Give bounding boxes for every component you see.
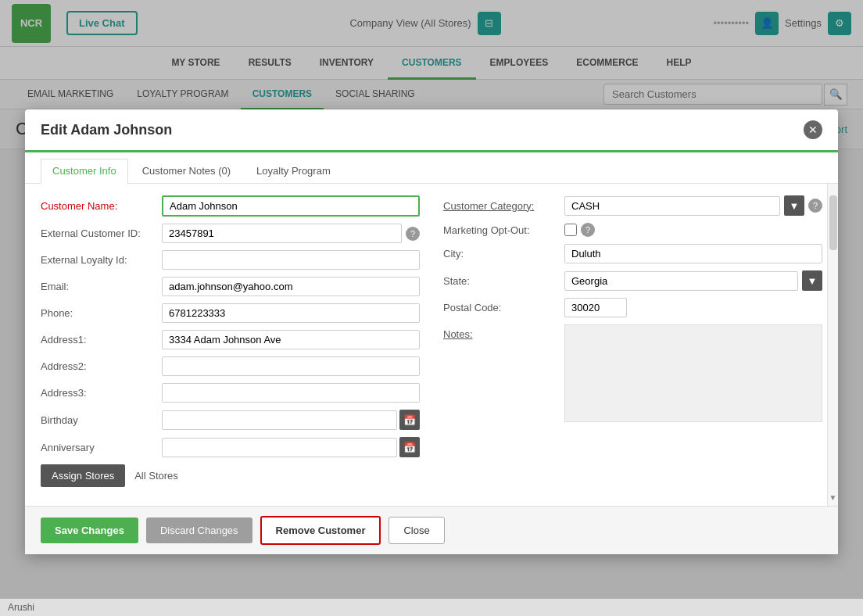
tab-loyalty-program[interactable]: Loyalty Program	[245, 159, 342, 183]
modal-close-button[interactable]: ✕	[804, 120, 822, 139]
state-dropdown[interactable]: ▼	[802, 270, 822, 291]
anniversary-label: Anniversary	[41, 442, 162, 453]
modal-overlay: Edit Adam Johnson ✕ Customer Info Custom…	[0, 0, 863, 616]
email-label: Email:	[41, 281, 162, 292]
phone-label: Phone:	[41, 307, 162, 319]
save-changes-button[interactable]: Save Changes	[41, 518, 138, 543]
state-label: State:	[443, 275, 564, 287]
state-input[interactable]	[564, 271, 798, 291]
external-id-label: External Customer ID:	[41, 227, 162, 239]
tab-customer-notes[interactable]: Customer Notes (0)	[131, 159, 242, 183]
tab-customer-info[interactable]: Customer Info	[41, 159, 128, 184]
close-button[interactable]: Close	[389, 517, 444, 544]
address2-input[interactable]	[162, 356, 420, 376]
anniversary-calendar-icon[interactable]: 📅	[399, 437, 420, 457]
address3-row: Address3:	[41, 383, 420, 403]
address3-label: Address3:	[41, 387, 162, 399]
external-loyalty-row: External Loyalty Id:	[41, 250, 420, 270]
notes-label: Notes:	[443, 324, 564, 340]
status-bar: Arushi	[0, 599, 863, 616]
postal-code-label: Postal Code:	[443, 302, 564, 313]
modal-body: Customer Name: External Customer ID: ? E…	[25, 184, 838, 506]
scrollbar-thumb[interactable]	[829, 195, 837, 250]
state-row: State: ▼	[443, 270, 822, 291]
city-input[interactable]	[564, 244, 822, 263]
marketing-opt-out-label: Marketing Opt-Out:	[443, 224, 564, 236]
notes-textarea[interactable]	[564, 324, 822, 422]
modal-tabs: Customer Info Customer Notes (0) Loyalty…	[25, 152, 838, 184]
birthday-input[interactable]	[162, 410, 397, 430]
left-column: Customer Name: External Customer ID: ? E…	[41, 195, 420, 494]
address1-label: Address1:	[41, 334, 162, 346]
marketing-opt-out-row: Marketing Opt-Out: ?	[443, 223, 822, 237]
scroll-down-arrow[interactable]: ▼	[829, 493, 837, 502]
address1-row: Address1:	[41, 330, 420, 349]
city-label: City:	[443, 248, 564, 260]
postal-code-input[interactable]	[564, 298, 627, 317]
address1-input[interactable]	[162, 330, 420, 349]
remove-customer-button[interactable]: Remove Customer	[260, 516, 381, 545]
marketing-help-icon[interactable]: ?	[581, 223, 595, 237]
external-loyalty-input[interactable]	[162, 250, 420, 270]
status-user: Arushi	[8, 602, 34, 613]
customer-name-row: Customer Name:	[41, 195, 420, 217]
external-id-row: External Customer ID: ?	[41, 224, 420, 243]
modal-footer: Save Changes Discard Changes Remove Cust…	[25, 506, 838, 554]
external-id-help[interactable]: ?	[406, 227, 420, 241]
email-row: Email:	[41, 277, 420, 296]
birthday-row: Birthday 📅	[41, 410, 420, 430]
modal-header: Edit Adam Johnson ✕	[25, 109, 838, 152]
customer-category-row: Customer Category: ▼ ?	[443, 195, 822, 216]
address2-label: Address2:	[41, 360, 162, 372]
right-column: Customer Category: ▼ ? Marketing Opt-Out…	[443, 195, 822, 494]
marketing-opt-out-checkbox[interactable]	[564, 224, 577, 236]
address3-input[interactable]	[162, 383, 420, 403]
stores-row: Assign Stores All Stores	[41, 464, 420, 487]
stores-value: All Stores	[134, 470, 178, 482]
customer-category-label: Customer Category:	[443, 200, 564, 212]
customer-category-input[interactable]	[564, 196, 780, 216]
external-loyalty-label: External Loyalty Id:	[41, 254, 162, 266]
address2-row: Address2:	[41, 356, 420, 376]
anniversary-row: Anniversary 📅	[41, 437, 420, 457]
phone-input[interactable]	[162, 303, 420, 323]
discard-changes-button[interactable]: Discard Changes	[146, 518, 252, 543]
category-help-icon[interactable]: ?	[808, 199, 822, 213]
customer-name-input[interactable]	[162, 195, 420, 217]
customer-name-label: Customer Name:	[41, 200, 162, 212]
external-id-input[interactable]	[162, 224, 402, 243]
birthday-label: Birthday	[41, 414, 162, 426]
city-row: City:	[443, 244, 822, 263]
phone-row: Phone:	[41, 303, 420, 323]
scrollbar: ▼	[827, 184, 838, 506]
postal-code-row: Postal Code:	[443, 298, 822, 317]
email-input[interactable]	[162, 277, 420, 296]
modal-title: Edit Adam Johnson	[41, 122, 172, 138]
notes-row: Notes:	[443, 324, 822, 422]
assign-stores-button[interactable]: Assign Stores	[41, 464, 125, 487]
customer-category-dropdown[interactable]: ▼	[784, 195, 804, 216]
birthday-calendar-icon[interactable]: 📅	[399, 410, 420, 430]
anniversary-input[interactable]	[162, 438, 397, 457]
edit-modal: Edit Adam Johnson ✕ Customer Info Custom…	[25, 109, 838, 554]
